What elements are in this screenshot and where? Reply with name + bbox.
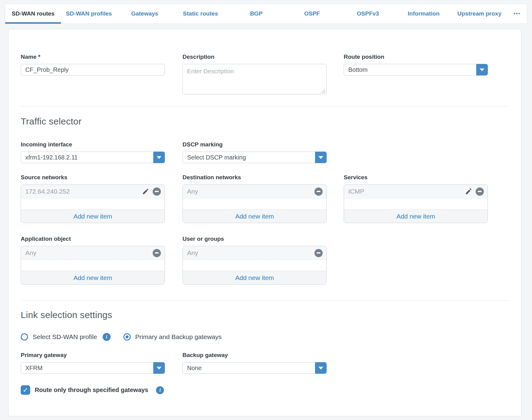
edit-pencil-icon[interactable]: [465, 187, 473, 195]
route-only-label: Route only through specified gateways: [35, 387, 148, 394]
tab-upstream-proxy[interactable]: Upstream proxy: [452, 4, 507, 23]
tab-bgp[interactable]: BGP: [228, 4, 284, 23]
remove-item-icon[interactable]: [476, 187, 484, 196]
radio-label: Primary and Backup gateways: [135, 333, 222, 341]
dscp-marking-value: Select DSCP marking: [183, 152, 327, 163]
backup-gateway-select[interactable]: None: [183, 362, 327, 374]
list-empty-area: [21, 260, 165, 271]
radio-label: Select SD-WAN profile: [33, 333, 97, 341]
link-selection-heading: Link selection settings: [21, 310, 112, 320]
list-item: ICMP: [344, 185, 488, 198]
name-input[interactable]: [21, 64, 165, 75]
remove-item-icon[interactable]: [153, 249, 161, 257]
list-item-value: 172.64.240.252: [25, 188, 142, 195]
primary-gateway-value: XFRM: [21, 362, 165, 374]
chevron-down-icon: [318, 156, 323, 159]
dropdown-button[interactable]: [153, 152, 165, 163]
chevron-down-icon: [157, 367, 161, 369]
tab-static-routes[interactable]: Static routes: [172, 4, 228, 23]
radio-unchecked-icon: [21, 333, 28, 341]
name-label: Name *: [21, 54, 165, 60]
add-new-item-button[interactable]: Add new item: [183, 271, 326, 284]
destination-networks-list: Any Add new item: [183, 184, 327, 223]
list-empty-area: [21, 198, 165, 209]
incoming-interface-select[interactable]: xfrm1-192.168.2.11: [21, 152, 165, 163]
sd-wan-route-form-panel: Name * Description Route position Bottom…: [8, 29, 521, 416]
remove-item-icon[interactable]: [314, 249, 323, 257]
radio-select-sd-wan-profile[interactable]: Select SD-WAN profile: [21, 333, 97, 341]
tab-gateways[interactable]: Gateways: [117, 4, 172, 23]
list-empty-area: [183, 260, 326, 271]
list-item: Any: [183, 185, 326, 198]
dscp-marking-select[interactable]: Select DSCP marking: [183, 152, 327, 163]
route-position-select[interactable]: Bottom: [344, 64, 488, 75]
primary-gateway-select[interactable]: XFRM: [21, 362, 165, 374]
incoming-interface-label: Incoming interface: [21, 141, 165, 148]
tab-sd-wan-routes[interactable]: SD-WAN routes: [5, 4, 61, 23]
checkmark-icon: ✓: [23, 387, 28, 394]
remove-item-icon[interactable]: [153, 187, 161, 196]
tab-information[interactable]: Information: [396, 4, 452, 23]
required-asterisk: *: [38, 54, 40, 60]
list-item-value: ICMP: [348, 188, 465, 195]
list-item: 172.64.240.252: [21, 185, 165, 198]
user-or-groups-list: Any Add new item: [183, 246, 327, 285]
section-divider: [21, 300, 509, 301]
backup-gateway-label: Backup gateway: [183, 352, 327, 359]
radio-checked-icon: [123, 333, 131, 341]
tab-bar: SD-WAN routes SD-WAN profiles Gateways S…: [5, 4, 527, 24]
source-networks-label: Source networks: [21, 174, 165, 181]
application-object-list: Any Add new item: [21, 246, 165, 285]
dropdown-button[interactable]: [315, 362, 327, 374]
list-empty-area: [344, 198, 488, 209]
chevron-down-icon: [318, 367, 323, 369]
add-new-item-button[interactable]: Add new item: [21, 209, 165, 223]
route-only-checkbox[interactable]: ✓: [21, 385, 30, 395]
dropdown-button[interactable]: [315, 152, 327, 163]
route-position-value: Bottom: [344, 64, 488, 75]
description-label: Description: [183, 54, 327, 60]
destination-networks-label: Destination networks: [183, 174, 327, 181]
remove-item-icon[interactable]: [314, 187, 323, 196]
section-divider: [21, 106, 509, 107]
chevron-down-icon: [157, 156, 161, 159]
incoming-interface-value: xfrm1-192.168.2.11: [21, 152, 165, 163]
dropdown-button[interactable]: [153, 362, 165, 374]
tab-sd-wan-profiles[interactable]: SD-WAN profiles: [61, 4, 117, 23]
add-new-item-button[interactable]: Add new item: [344, 209, 488, 223]
list-item-value: Any: [187, 249, 314, 257]
info-icon[interactable]: i: [103, 333, 111, 341]
services-label: Services: [344, 174, 488, 181]
dropdown-button[interactable]: [476, 64, 488, 75]
add-new-item-button[interactable]: Add new item: [21, 271, 165, 284]
radio-primary-backup-gateways[interactable]: Primary and Backup gateways: [123, 333, 222, 341]
backup-gateway-value: None: [183, 362, 327, 374]
primary-gateway-label: Primary gateway: [21, 352, 165, 359]
list-item-value: Any: [25, 249, 153, 257]
tab-ospfv3[interactable]: OSPFv3: [340, 4, 396, 23]
services-list: ICMP Add new item: [344, 184, 488, 223]
user-or-groups-label: User or groups: [183, 236, 327, 242]
edit-pencil-icon[interactable]: [142, 187, 150, 195]
traffic-selector-heading: Traffic selector: [21, 116, 82, 127]
list-item: Any: [21, 246, 165, 260]
description-textarea[interactable]: [183, 64, 327, 94]
dscp-marking-label: DSCP marking: [183, 141, 327, 148]
more-tabs-ellipsis-icon[interactable]: •••: [507, 4, 527, 23]
chevron-down-icon: [480, 68, 484, 71]
source-networks-list: 172.64.240.252 Add new item: [21, 184, 165, 223]
info-icon[interactable]: i: [156, 386, 164, 394]
list-empty-area: [183, 198, 326, 209]
route-position-label: Route position: [344, 54, 488, 60]
tab-ospf[interactable]: OSPF: [284, 4, 340, 23]
add-new-item-button[interactable]: Add new item: [183, 209, 326, 223]
list-item-value: Any: [187, 188, 314, 195]
application-object-label: Application object: [21, 236, 165, 242]
list-item: Any: [183, 246, 326, 260]
